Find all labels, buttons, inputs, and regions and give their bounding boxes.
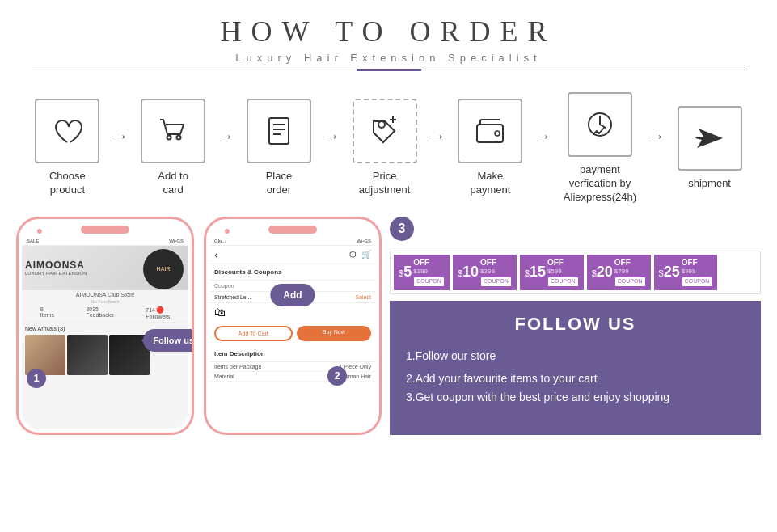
- phone1-feedbacks-label: Feedbacks: [86, 312, 113, 318]
- phone1-thumb-2: [67, 335, 108, 375]
- phone1-items-stat: 8 Items: [40, 306, 54, 319]
- price-tag-icon: [367, 113, 403, 149]
- price-adjustment-icon-box: [353, 99, 417, 163]
- phone1-brand: AIMOONSA: [25, 260, 87, 271]
- svg-point-0: [167, 136, 171, 140]
- bottom-section: SALE Wi-GS AIMOONSA LUXURY HAIR EXTENSIO…: [0, 217, 777, 435]
- follow-item-2: 2.Add your favourite items to your cart: [406, 367, 745, 390]
- header-section: HOW TO ORDER Luxury Hair Extension Speci…: [0, 0, 777, 78]
- phone-mockup-1: SALE Wi-GS AIMOONSA LUXURY HAIR EXTENSIO…: [16, 217, 194, 435]
- svg-point-10: [495, 131, 500, 136]
- phone1-store-name: AIMOONSA Club Store: [22, 290, 188, 299]
- step-add-to-card-label: Add tocard: [158, 170, 188, 197]
- phone2-action-buttons: Add To Cart Buy Now: [209, 321, 376, 346]
- add-to-card-icon-box: [141, 99, 205, 163]
- phone2-discounts-section: Discounts & Coupons: [209, 264, 376, 281]
- coupon-min-2: $399: [480, 268, 512, 276]
- arrow-2: →: [218, 127, 234, 170]
- plane-icon: [692, 120, 728, 156]
- follow-us-title: FOLLOW US: [406, 314, 745, 335]
- phone1-feedbacks-count: 3035: [86, 306, 113, 312]
- follow-us-bubble: Follow us: [143, 329, 194, 352]
- phone2-share-icon[interactable]: ⬡: [349, 250, 357, 259]
- coupon-min-1: $199: [413, 268, 445, 276]
- phone2-cart-icon[interactable]: 🛒: [361, 250, 371, 259]
- phone1-avatar: HAIR: [156, 266, 170, 272]
- coupon-off-3: OFF: [547, 258, 579, 268]
- coupon-right-2: OFF $399 COUPON: [480, 258, 512, 287]
- arrow-5: →: [535, 127, 551, 170]
- coupon-btn-2[interactable]: COUPON: [480, 277, 512, 286]
- step-choose-product-label: Chooseproduct: [49, 170, 86, 197]
- divider-line-left: [32, 70, 357, 70]
- phone2-items-per-package-label: Items per Package: [214, 364, 261, 369]
- coupon-value-1: 5: [403, 264, 412, 280]
- make-payment-icon-box: [458, 99, 522, 163]
- coupon-item-5: $25 OFF $999 COUPON: [654, 255, 718, 290]
- phone2-add-to-cart-button[interactable]: Add To Cart: [214, 326, 293, 341]
- coupon-min-4: $799: [614, 268, 646, 276]
- step-place-order-label: Placeorder: [266, 170, 293, 197]
- phone2-desc-row-2: Material Human Hair: [209, 372, 376, 382]
- wallet-icon: [472, 113, 508, 149]
- step-make-payment: Makepayment: [447, 99, 534, 197]
- step3-row: 3: [390, 217, 761, 244]
- phones-container: SALE Wi-GS AIMOONSA LUXURY HAIR EXTENSIO…: [16, 217, 382, 435]
- follow-us-list: 1.Follow our store 2.Add your favourite …: [406, 344, 745, 406]
- divider-accent: [357, 69, 421, 71]
- coupon-btn-1[interactable]: COUPON: [413, 277, 445, 286]
- phone2-buy-now-button[interactable]: Buy Now: [297, 326, 372, 341]
- arrow-4: →: [429, 127, 446, 170]
- coupon-right-1: OFF $199 COUPON: [413, 258, 445, 287]
- svg-rect-2: [269, 118, 289, 144]
- coupon-amount-5: $25: [659, 264, 680, 281]
- phone2-back-button[interactable]: ‹: [214, 248, 218, 261]
- coupon-btn-5[interactable]: COUPON: [682, 277, 713, 286]
- coupon-btn-4[interactable]: COUPON: [614, 277, 646, 286]
- coupon-off-4: OFF: [614, 258, 646, 268]
- phone2-cart-bag-icon: 🛍: [214, 306, 226, 319]
- step-choose-product: Chooseproduct: [24, 99, 111, 197]
- coupon-min-5: $999: [682, 268, 713, 276]
- coupon-item-1: $5 OFF $199 COUPON: [394, 255, 450, 290]
- phone-screen-2: Glo... Wi-GS ‹ ⬡ 🛒 Discounts & Coupons C…: [209, 237, 376, 429]
- coupon-min-3: $599: [547, 268, 579, 276]
- svg-point-1: [177, 136, 181, 140]
- add-bubble: Add: [270, 284, 315, 306]
- svg-point-6: [378, 121, 385, 128]
- coupon-value-3: 15: [530, 264, 546, 280]
- svg-rect-9: [477, 125, 503, 142]
- step-make-payment-label: Makepayment: [470, 170, 510, 197]
- coupon-off-1: OFF: [413, 258, 445, 268]
- phone2-select[interactable]: Select: [356, 294, 371, 300]
- coupon-btn-3[interactable]: COUPON: [547, 277, 579, 286]
- page-title: HOW TO ORDER: [0, 15, 777, 49]
- arrow-3: →: [323, 127, 340, 170]
- follow-us-card: FOLLOW US 1.Follow our store 2.Add your …: [390, 301, 761, 435]
- phone2-item-description: Item Description: [209, 346, 376, 362]
- coupon-amount-2: $10: [458, 264, 479, 281]
- step-payment-verification: paymentverfication byAliexpress(24h): [553, 92, 647, 205]
- coupon-amount-3: $15: [525, 264, 546, 281]
- phone1-items-count: 8: [40, 306, 54, 312]
- phone2-stretched-label: Stretched Le...: [214, 294, 251, 300]
- step-badge-3: 3: [390, 217, 414, 241]
- step-place-order: Placeorder: [236, 99, 323, 197]
- document-icon: [261, 113, 297, 149]
- phone1-stats: 8 Items 3035 Feedbacks 714 🔴 Followers: [22, 304, 188, 323]
- step-price-adjustment-label: Priceadjustment: [359, 170, 411, 197]
- phone1-items-label: Items: [40, 312, 54, 318]
- coupon-value-4: 20: [597, 264, 613, 280]
- divider-line-right: [421, 70, 745, 70]
- coupon-off-2: OFF: [480, 258, 512, 268]
- step-add-to-card: Add tocard: [130, 99, 217, 197]
- phone2-desc-row-1: Items per Package 1 Piece Only: [209, 362, 376, 372]
- phone1-thumb-1: [25, 335, 65, 375]
- step-shipment-label: shipment: [688, 177, 731, 191]
- phone2-actions: ⬡ 🛒: [349, 250, 371, 259]
- coupon-off-5: OFF: [682, 258, 713, 268]
- shipment-icon-box: [678, 106, 742, 171]
- heart-icon: [49, 113, 85, 149]
- phone-mockup-2: Glo... Wi-GS ‹ ⬡ 🛒 Discounts & Coupons C…: [204, 217, 382, 435]
- step-payment-verification-label: paymentverfication byAliexpress(24h): [564, 163, 636, 205]
